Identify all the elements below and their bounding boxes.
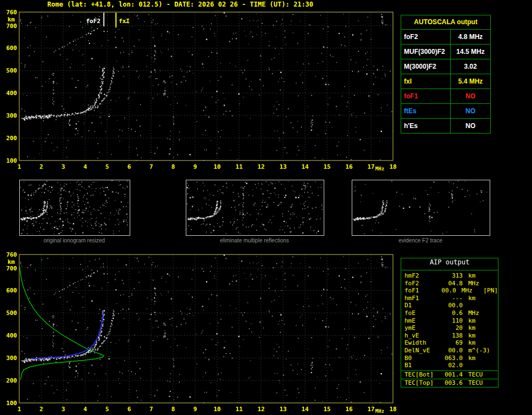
aip-row-label: hmF2: [404, 272, 440, 280]
aip-row-label: foF1: [404, 287, 436, 295]
table-row: Ewidth 69 km: [404, 339, 498, 347]
x-axis-tick-label: 10: [213, 163, 220, 170]
thumbnail-caption: original ionogram resized: [19, 237, 129, 244]
autoscala-row-label: MUF(3000)F2: [401, 45, 451, 59]
aip-row-label: D1: [404, 302, 440, 309]
aip-row-unit: km: [463, 339, 475, 347]
autoscala-row-value: NO: [451, 89, 490, 103]
autoscala-row-label: fxI: [401, 74, 451, 88]
table-row: B1 02.0: [404, 362, 498, 369]
fxi-marker-label: fxI: [119, 18, 130, 25]
x-axis-tick-label: 1: [18, 406, 21, 413]
aip-row-value: 0.6: [440, 309, 463, 317]
x-axis-tick-label: 7: [149, 163, 153, 170]
table-row: hmF1 --- km: [404, 295, 498, 302]
aip-row-label: B1: [404, 362, 440, 369]
aip-row-label: foF2: [404, 280, 440, 287]
aip-row-label: DelN_vE: [404, 347, 440, 355]
x-axis-tick-label: 14: [301, 406, 309, 413]
y-axis-tick-label: 200: [6, 377, 17, 384]
aip-row-value: 04.8: [440, 280, 463, 287]
aip-row-value: 00.0: [440, 347, 463, 355]
y-axis-tick-label: 760: [6, 251, 17, 258]
aip-row-unit: m^(-3): [463, 347, 490, 355]
plot-area: [20, 180, 129, 234]
aip-row-label: ymE: [404, 324, 440, 332]
thumbnail-caption: eliminate multiple reflections: [186, 237, 323, 244]
table-row: foF1 NO: [401, 89, 490, 104]
station-date-time-title: Rome (lat: +41.8, lon: 012.5) - DATE: 20…: [47, 1, 313, 8]
aip-row-label: h_vE: [404, 332, 440, 340]
thumbnail-evidence-f2: [352, 180, 490, 236]
aip-row-value: 110: [440, 317, 463, 325]
x-axis-tick-label: 4: [84, 163, 87, 170]
x-axis-tick-label: 5: [106, 406, 109, 413]
aip-row-value: 69: [440, 339, 463, 347]
aip-row-value: 003.6: [440, 379, 463, 387]
aip-row-unit: km: [463, 332, 475, 340]
x-axis-tick-label: 12: [257, 163, 264, 170]
table-row: MUF(3000)F2 14.5 MHz: [401, 45, 490, 59]
autoscala-row-value: NO: [451, 104, 490, 118]
table-row: D1 00.0: [404, 302, 498, 309]
aip-row-label: hmE: [404, 317, 440, 325]
aip-row-label: B0: [404, 355, 440, 362]
y-axis-unit-label: km: [8, 16, 15, 23]
y-axis-tick-label: 700: [6, 265, 17, 272]
y-axis-tick-label: 100: [6, 157, 17, 164]
aip-row-unit: km: [463, 272, 475, 280]
table-row: foF2 4.8 MHz: [401, 30, 490, 45]
table-row: hmF2 313 km: [404, 272, 498, 280]
table-row: foE 0.6 MHz: [404, 309, 498, 317]
x-axis-tick-label: 2: [40, 163, 43, 170]
y-axis-unit-label: km: [8, 258, 15, 265]
aip-row-unit: km: [463, 317, 475, 325]
autoscala-output-table: AUTOSCALA output foF2 4.8 MHz MUF(3000)F…: [401, 15, 491, 134]
y-axis-tick-label: 600: [6, 45, 17, 52]
table-row: DelN_vE 00.0 m^(-3): [404, 347, 498, 355]
y-axis-tick-label: 760: [6, 9, 17, 16]
x-axis-tick-label: 12: [257, 406, 264, 413]
x-axis-tick-label: 18: [389, 406, 396, 413]
aip-row-value: ---: [440, 295, 463, 302]
x-axis-tick-label: 10: [213, 406, 220, 413]
x-axis-tick-label: 4: [84, 406, 87, 413]
aip-row-label: hmF1: [404, 295, 440, 302]
y-axis-tick-label: 600: [6, 287, 17, 294]
aip-row-value: 138: [440, 332, 463, 340]
y-axis-tick-label: 100: [6, 400, 17, 407]
autoscala-row-value: 14.5 MHz: [451, 45, 490, 59]
aip-row-value: 20: [440, 324, 463, 332]
aip-row-unit: [463, 362, 468, 369]
autoscala-row-value: 3.02: [451, 59, 490, 74]
y-axis-tick-label: 500: [6, 67, 17, 74]
aip-row-value: 001.4: [440, 371, 463, 379]
x-axis-tick-label: 5: [106, 163, 109, 170]
autoscala-screen: Rome (lat: +41.8, lon: 012.5) - DATE: 20…: [0, 0, 532, 415]
table-row: h'Es NO: [401, 119, 490, 133]
x-axis-unit-label: MHz: [375, 166, 384, 171]
table-row: ymE 20 km: [404, 324, 498, 332]
y-axis-tick-label: 300: [6, 112, 17, 119]
autoscala-row-label: foF2: [401, 30, 451, 44]
thumbnail-eliminate-plot: [186, 180, 323, 234]
aip-row-unit: km: [463, 324, 475, 332]
aip-row-label: Ewidth: [404, 339, 440, 347]
aip-row-value: 00.0: [436, 287, 456, 295]
aip-output-table: AIP output hmF2 313 km foF2 04.8 MHz foF…: [401, 258, 498, 388]
aip-row-value: 00.0: [440, 302, 463, 309]
aip-tec-section: TEC[Bot] 001.4 TECU TEC[Top] 003.6 TECU: [401, 370, 498, 387]
x-axis-tick-label: 17: [367, 163, 374, 170]
x-axis-tick-label: 6: [128, 163, 131, 170]
x-axis-tick-label: 16: [345, 406, 353, 413]
table-row: hmE 110 km: [404, 317, 498, 325]
autoscala-row-label: h'Es: [401, 119, 451, 133]
plot-area: [186, 180, 323, 234]
aip-row-unit: MHz: [463, 309, 479, 317]
x-axis-tick-label: 16: [345, 163, 353, 170]
x-axis-tick-label: 13: [279, 406, 286, 413]
thumbnail-original-ionogram: [19, 180, 130, 236]
main-ionogram-plot: foF2fxI760700600500400300200100km1234567…: [0, 8, 418, 179]
autoscala-row-label: foF1: [401, 89, 451, 103]
thumbnail-eliminate-reflections: [186, 180, 324, 236]
